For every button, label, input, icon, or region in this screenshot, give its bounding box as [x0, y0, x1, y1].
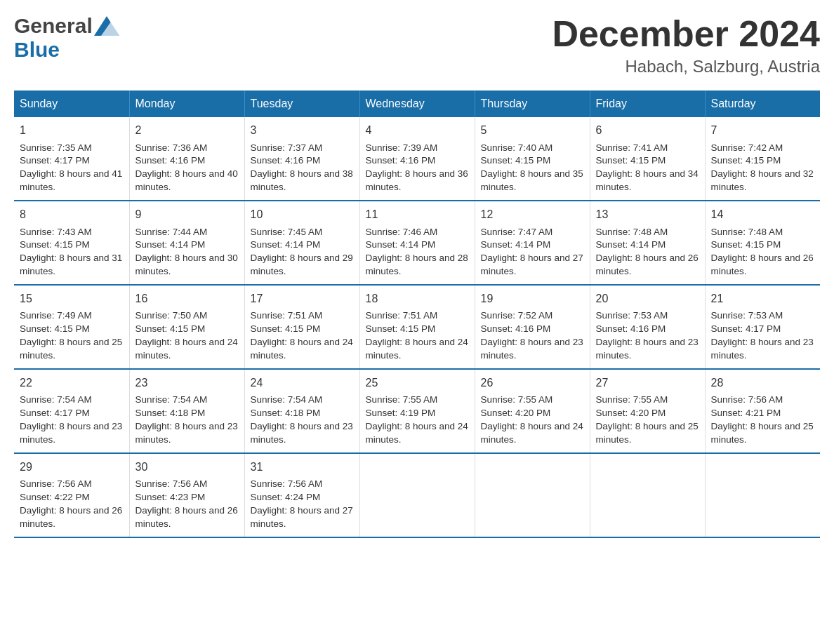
day-number: 7 [711, 123, 815, 138]
daylight-label: Daylight: 8 hours and 26 minutes. [711, 253, 814, 276]
calendar-cell [705, 453, 820, 537]
calendar-cell: 27Sunrise: 7:55 AMSunset: 4:20 PMDayligh… [590, 369, 705, 453]
col-sunday: Sunday [14, 90, 129, 117]
title-area: December 2024 Habach, Salzburg, Austria [552, 14, 820, 76]
day-number: 14 [711, 207, 815, 222]
sunset-label: Sunset: 4:20 PM [596, 408, 666, 418]
calendar-cell: 2Sunrise: 7:36 AMSunset: 4:16 PMDaylight… [129, 117, 244, 201]
calendar-cell: 22Sunrise: 7:54 AMSunset: 4:17 PMDayligh… [14, 369, 129, 453]
sunrise-label: Sunrise: 7:37 AM [251, 142, 323, 153]
daylight-label: Daylight: 8 hours and 25 minutes. [596, 421, 699, 445]
daylight-label: Daylight: 8 hours and 23 minutes. [481, 337, 583, 361]
sunset-label: Sunset: 4:15 PM [596, 155, 666, 166]
sunrise-label: Sunrise: 7:49 AM [20, 310, 92, 321]
day-number: 9 [135, 207, 239, 222]
sunrise-label: Sunrise: 7:55 AM [481, 394, 553, 405]
sunrise-label: Sunrise: 7:35 AM [20, 142, 92, 153]
sunset-label: Sunset: 4:15 PM [135, 323, 206, 334]
sunrise-label: Sunrise: 7:52 AM [481, 310, 553, 321]
col-friday: Friday [590, 90, 705, 117]
daylight-label: Daylight: 8 hours and 24 minutes. [366, 337, 468, 361]
sunset-label: Sunset: 4:16 PM [366, 155, 436, 166]
day-number: 11 [366, 207, 469, 222]
calendar-cell: 24Sunrise: 7:54 AMSunset: 4:18 PMDayligh… [244, 369, 359, 453]
sunset-label: Sunset: 4:22 PM [20, 492, 90, 502]
day-number: 31 [251, 459, 354, 475]
sunset-label: Sunset: 4:16 PM [481, 323, 551, 334]
daylight-label: Daylight: 8 hours and 24 minutes. [481, 421, 583, 445]
daylight-label: Daylight: 8 hours and 24 minutes. [251, 337, 353, 361]
daylight-label: Daylight: 8 hours and 40 minutes. [135, 168, 238, 192]
day-number: 13 [596, 207, 699, 222]
sunrise-label: Sunrise: 7:43 AM [20, 227, 92, 237]
daylight-label: Daylight: 8 hours and 23 minutes. [20, 421, 122, 445]
calendar-cell: 19Sunrise: 7:52 AMSunset: 4:16 PMDayligh… [475, 285, 590, 369]
sunset-label: Sunset: 4:20 PM [481, 408, 551, 418]
sunset-label: Sunset: 4:14 PM [251, 239, 321, 250]
sunrise-label: Sunrise: 7:41 AM [596, 142, 668, 153]
daylight-label: Daylight: 8 hours and 35 minutes. [481, 168, 583, 192]
calendar-cell: 26Sunrise: 7:55 AMSunset: 4:20 PMDayligh… [475, 369, 590, 453]
sunrise-label: Sunrise: 7:40 AM [481, 142, 553, 153]
day-number: 10 [251, 207, 354, 222]
daylight-label: Daylight: 8 hours and 23 minutes. [251, 421, 353, 445]
daylight-label: Daylight: 8 hours and 27 minutes. [251, 505, 353, 529]
daylight-label: Daylight: 8 hours and 32 minutes. [711, 168, 814, 192]
calendar-cell: 7Sunrise: 7:42 AMSunset: 4:15 PMDaylight… [705, 117, 820, 201]
sunset-label: Sunset: 4:15 PM [481, 155, 551, 166]
logo: General Blue [14, 14, 119, 62]
daylight-label: Daylight: 8 hours and 23 minutes. [596, 337, 699, 361]
day-number: 6 [596, 123, 699, 138]
calendar-cell: 23Sunrise: 7:54 AMSunset: 4:18 PMDayligh… [129, 369, 244, 453]
sunrise-label: Sunrise: 7:53 AM [711, 310, 783, 321]
calendar-cell: 13Sunrise: 7:48 AMSunset: 4:14 PMDayligh… [590, 201, 705, 285]
day-number: 16 [135, 291, 239, 307]
calendar-cell: 31Sunrise: 7:56 AMSunset: 4:24 PMDayligh… [244, 453, 359, 537]
sunset-label: Sunset: 4:15 PM [251, 323, 321, 334]
col-wednesday: Wednesday [359, 90, 475, 117]
calendar-table: Sunday Monday Tuesday Wednesday Thursday… [14, 90, 820, 538]
sunrise-label: Sunrise: 7:48 AM [711, 227, 783, 237]
day-number: 26 [481, 375, 584, 391]
day-number: 4 [366, 123, 469, 138]
sunrise-label: Sunrise: 7:51 AM [251, 310, 323, 321]
calendar-cell: 4Sunrise: 7:39 AMSunset: 4:16 PMDaylight… [359, 117, 475, 201]
calendar-cell [475, 453, 590, 537]
daylight-label: Daylight: 8 hours and 36 minutes. [366, 168, 468, 192]
calendar-week-row: 15Sunrise: 7:49 AMSunset: 4:15 PMDayligh… [14, 285, 820, 369]
calendar-cell: 15Sunrise: 7:49 AMSunset: 4:15 PMDayligh… [14, 285, 129, 369]
sunrise-label: Sunrise: 7:44 AM [135, 227, 208, 237]
sunrise-label: Sunrise: 7:55 AM [596, 394, 668, 405]
day-number: 30 [135, 459, 239, 475]
calendar-cell: 20Sunrise: 7:53 AMSunset: 4:16 PMDayligh… [590, 285, 705, 369]
calendar-cell: 25Sunrise: 7:55 AMSunset: 4:19 PMDayligh… [359, 369, 475, 453]
page-header: General Blue December 2024 Habach, Salzb… [14, 14, 820, 76]
calendar-cell: 12Sunrise: 7:47 AMSunset: 4:14 PMDayligh… [475, 201, 590, 285]
col-tuesday: Tuesday [244, 90, 359, 117]
sunset-label: Sunset: 4:21 PM [711, 408, 781, 418]
calendar-cell: 11Sunrise: 7:46 AMSunset: 4:14 PMDayligh… [359, 201, 475, 285]
daylight-label: Daylight: 8 hours and 38 minutes. [251, 168, 353, 192]
sunrise-label: Sunrise: 7:50 AM [135, 310, 208, 321]
sunset-label: Sunset: 4:23 PM [135, 492, 206, 502]
sunrise-label: Sunrise: 7:56 AM [711, 394, 783, 405]
calendar-header-row: Sunday Monday Tuesday Wednesday Thursday… [14, 90, 820, 117]
day-number: 22 [20, 375, 124, 391]
day-number: 20 [596, 291, 699, 307]
calendar-cell: 1Sunrise: 7:35 AMSunset: 4:17 PMDaylight… [14, 117, 129, 201]
sunrise-label: Sunrise: 7:56 AM [20, 478, 92, 489]
sunset-label: Sunset: 4:14 PM [366, 239, 436, 250]
day-number: 25 [366, 375, 469, 391]
calendar-week-row: 8Sunrise: 7:43 AMSunset: 4:15 PMDaylight… [14, 201, 820, 285]
sunset-label: Sunset: 4:14 PM [135, 239, 206, 250]
day-number: 28 [711, 375, 815, 391]
day-number: 3 [251, 123, 354, 138]
sunset-label: Sunset: 4:14 PM [596, 239, 666, 250]
sunset-label: Sunset: 4:15 PM [711, 155, 781, 166]
daylight-label: Daylight: 8 hours and 24 minutes. [135, 337, 238, 361]
sunset-label: Sunset: 4:15 PM [366, 323, 436, 334]
sunrise-label: Sunrise: 7:54 AM [135, 394, 208, 405]
calendar-week-row: 1Sunrise: 7:35 AMSunset: 4:17 PMDaylight… [14, 117, 820, 201]
day-number: 17 [251, 291, 354, 307]
sunset-label: Sunset: 4:14 PM [481, 239, 551, 250]
